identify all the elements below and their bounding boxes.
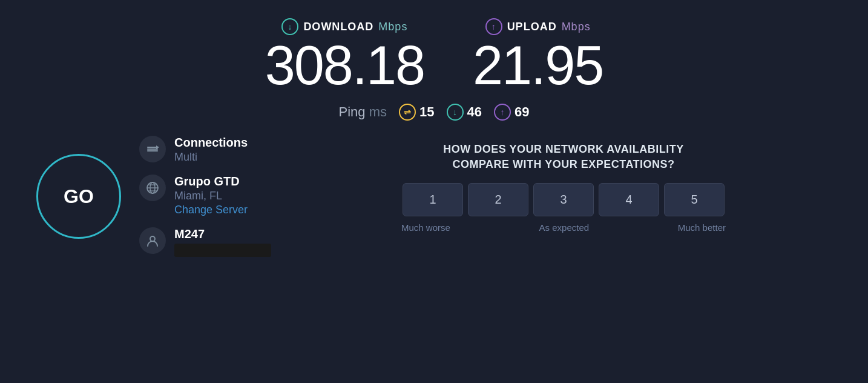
- connections-text: Connections Multi: [174, 136, 248, 164]
- host-redacted: [174, 244, 271, 257]
- ping-download: ↓ 46: [447, 104, 482, 121]
- left-panel: GO Connections Multi: [36, 136, 271, 257]
- info-panel: Connections Multi Grupo GTD: [139, 136, 271, 257]
- connections-row: Connections Multi: [139, 136, 271, 164]
- upload-text: UPLOAD: [507, 21, 557, 33]
- change-server-link[interactable]: Change Server: [174, 204, 248, 216]
- rating-1[interactable]: 1: [403, 183, 463, 216]
- host-icon: [139, 227, 166, 254]
- download-text: DOWNLOAD: [303, 21, 373, 33]
- label-as-expected: As expected: [539, 222, 590, 233]
- rating-2[interactable]: 2: [468, 183, 528, 216]
- download-unit: Mbps: [378, 21, 407, 33]
- ping-row: Ping ms ⇌ 15 ↓ 46 ↑ 69: [339, 104, 530, 121]
- top-stats-section: ↓ DOWNLOAD Mbps 308.18 ↑ UPLOAD Mbps 21.…: [265, 18, 603, 93]
- upload-label: ↑ UPLOAD Mbps: [485, 18, 591, 35]
- isp-icon: [139, 175, 166, 201]
- rating-labels: Much worse As expected Much better: [401, 222, 726, 233]
- right-panel: HOW DOES YOUR NETWORK AVAILABILITY COMPA…: [295, 136, 832, 257]
- ping-label: Ping ms: [339, 104, 387, 120]
- go-button[interactable]: GO: [36, 154, 121, 239]
- isp-location: Miami, FL: [174, 190, 248, 202]
- connections-value: Multi: [174, 151, 248, 164]
- ping-upload: ↑ 69: [494, 104, 529, 121]
- ping-download-icon: ↓: [447, 104, 464, 121]
- rating-3[interactable]: 3: [533, 183, 594, 216]
- isp-name: Grupo GTD: [174, 175, 248, 188]
- bottom-section: GO Connections Multi: [0, 136, 868, 257]
- label-much-better: Much better: [678, 222, 726, 233]
- rating-row: 1 2 3 4 5: [403, 183, 725, 216]
- connections-icon: [139, 136, 166, 162]
- download-icon: ↓: [281, 18, 298, 35]
- upload-stat: ↑ UPLOAD Mbps 21.95: [473, 18, 603, 93]
- svg-point-9: [150, 236, 155, 241]
- ping-jitter: ⇌ 15: [399, 104, 434, 121]
- connections-title: Connections: [174, 136, 248, 150]
- upload-value: 21.95: [473, 38, 603, 93]
- ping-upload-icon: ↑: [494, 104, 511, 121]
- label-much-worse: Much worse: [401, 222, 450, 233]
- host-text: M247: [174, 227, 271, 257]
- upload-unit: Mbps: [562, 21, 591, 33]
- svg-marker-3: [156, 145, 159, 149]
- isp-text: Grupo GTD Miami, FL Change Server: [174, 175, 248, 216]
- jitter-icon: ⇌: [399, 104, 416, 121]
- download-value: 308.18: [265, 38, 424, 93]
- survey-title: HOW DOES YOUR NETWORK AVAILABILITY COMPA…: [443, 142, 683, 172]
- rating-4[interactable]: 4: [599, 183, 659, 216]
- host-name: M247: [174, 227, 271, 241]
- isp-row: Grupo GTD Miami, FL Change Server: [139, 175, 271, 216]
- download-stat: ↓ DOWNLOAD Mbps 308.18: [265, 18, 424, 93]
- download-label: ↓ DOWNLOAD Mbps: [281, 18, 407, 35]
- upload-icon: ↑: [485, 18, 502, 35]
- rating-5[interactable]: 5: [664, 183, 725, 216]
- host-row: M247: [139, 227, 271, 257]
